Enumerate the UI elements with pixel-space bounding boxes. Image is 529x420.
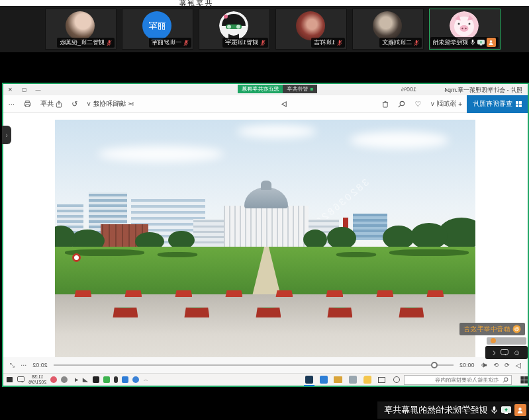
main-building <box>224 206 309 247</box>
tray-app-red[interactable] <box>50 376 57 383</box>
search-input[interactable] <box>414 376 500 384</box>
participant-tile[interactable]: 丽军 一班罗丽军 <box>122 9 193 50</box>
see-more-button[interactable]: ⋯ <box>3 101 19 108</box>
mic-on-icon <box>470 39 475 46</box>
photos-app-button-active[interactable] <box>302 374 316 386</box>
cloud <box>238 125 317 138</box>
share-button[interactable]: 共享 <box>36 99 67 108</box>
planter-large <box>185 308 210 317</box>
participant-avatar <box>296 11 325 40</box>
video-controls: ▷ ⟲ ⟳ 00:02 20:02 ⋯ ⤢ <box>3 357 528 373</box>
volume-icon[interactable] <box>480 362 487 368</box>
planter-large <box>328 308 353 317</box>
windows-logo-icon <box>520 376 528 384</box>
participant-tile[interactable]: 财管1班振宇 <box>199 9 270 50</box>
tray-expand-arrow[interactable]: ︿ <box>143 376 148 383</box>
top-strip-text: 共享屏幕 <box>177 0 212 6</box>
participant-name: 一班罗丽军 <box>152 38 181 47</box>
tray-app-dark[interactable] <box>93 376 99 383</box>
play-button[interactable]: ▷ <box>516 361 521 370</box>
app-store-button[interactable] <box>331 374 346 386</box>
participant-tile[interactable]: 二班刘颖文 <box>352 9 424 50</box>
skip-back-button[interactable]: ⟲ <box>505 362 510 368</box>
tray-volume-icon[interactable] <box>72 377 78 383</box>
start-button[interactable] <box>512 376 528 384</box>
meeting-screen: 共享屏幕 <box>0 0 529 420</box>
tray-globe-icon[interactable] <box>61 376 68 383</box>
chat-icon[interactable] <box>501 349 508 356</box>
edit-create-button[interactable]: ✂ 编辑和创建˅ <box>82 99 138 108</box>
toast-text: 静音中举手发言 <box>463 325 510 334</box>
cloud <box>99 146 224 162</box>
cloud <box>350 132 450 149</box>
tray-app-green[interactable] <box>103 376 110 383</box>
sidebar-collapse-tab[interactable]: ‹ <box>2 126 11 144</box>
planter-large <box>399 308 424 317</box>
mic-muted-icon <box>107 40 112 46</box>
share-icon <box>56 101 62 108</box>
participant-tile[interactable]: 财管二班_倪英欧 <box>45 9 117 50</box>
print-icon <box>24 101 31 107</box>
close-button[interactable]: ✕ <box>3 84 17 95</box>
minimize-button[interactable]: — <box>31 84 45 95</box>
hedge <box>390 249 469 256</box>
taskbar-clock[interactable]: 11:382021/9/6 <box>28 374 46 385</box>
participant-tile-self[interactable]: 财经学院朱怡... <box>429 9 501 50</box>
print-button[interactable] <box>19 101 36 107</box>
player-more-button[interactable]: ⋯ <box>21 362 26 368</box>
tray-network-icon[interactable] <box>82 377 89 383</box>
task-view-button[interactable] <box>375 374 389 386</box>
participant-name: 财经学院朱怡... <box>433 38 468 47</box>
planter <box>427 290 444 297</box>
maximize-button[interactable]: ▢ <box>17 84 31 95</box>
pictures-app-button[interactable] <box>316 374 331 386</box>
member-role-icon <box>487 38 496 47</box>
slideshow-icon[interactable] <box>281 101 288 108</box>
mic-muted-icon <box>337 40 342 46</box>
planter-large <box>113 308 138 317</box>
planter <box>326 290 344 297</box>
participant-avatar <box>373 11 402 40</box>
delete-button[interactable] <box>377 101 393 108</box>
see-all-photos-button[interactable]: 查看所有照片 <box>467 95 528 113</box>
mic-muted-icon <box>183 40 189 46</box>
pause-share-button[interactable]: ■暂停共享 <box>283 85 317 93</box>
file-explorer-button[interactable] <box>360 374 375 386</box>
screen-share-label-bar: 财经学院朱怡然的屏幕共享 <box>377 401 529 419</box>
photos-app-window: 照片 - 会计学原理第一章.mp4 100% — ▢ ✕ 查看所有照片 +添加到… <box>3 84 528 373</box>
taskbar-search[interactable] <box>404 375 512 385</box>
action-center-icon[interactable] <box>6 376 13 383</box>
participant-name: 1班祥吉 <box>314 38 335 47</box>
collapse-arrow-icon[interactable]: ‹ <box>493 347 496 358</box>
skip-forward-button[interactable]: ⟳ <box>493 362 499 368</box>
raise-hand-toast: 静音中举手发言 <box>459 323 525 335</box>
rotate-button[interactable]: ↻ <box>67 100 82 108</box>
hedge <box>337 252 377 257</box>
app-grey-button[interactable] <box>346 374 360 386</box>
total-time: 20:02 <box>32 362 48 368</box>
participant-tile[interactable]: 1班祥吉 <box>275 9 347 50</box>
current-time: 00:02 <box>459 362 475 368</box>
favorite-button[interactable]: ♡ <box>410 100 426 108</box>
tray-mic-icon[interactable] <box>114 376 118 383</box>
zoom-level: 100% <box>401 86 416 93</box>
tray-app-blue[interactable] <box>122 376 128 383</box>
pig-avatar <box>450 11 479 40</box>
planter <box>175 290 193 297</box>
add-to-button[interactable]: +添加到˅ <box>426 99 467 108</box>
emoji-icon[interactable]: ☺ <box>513 349 520 357</box>
meeting-mini-toolbar[interactable]: ☺ ‹ <box>485 346 528 359</box>
planter <box>377 290 394 297</box>
zoom-button[interactable] <box>393 101 410 108</box>
bottom-band: 财经学院朱怡然的屏幕共享 <box>0 387 529 420</box>
hand-icon <box>512 325 521 333</box>
ime-chat-icon[interactable] <box>17 376 24 383</box>
mic-muted-icon <box>414 40 419 46</box>
participant-name: 二班刘颖文 <box>382 38 412 47</box>
tray-app-blue-circle[interactable] <box>132 376 139 383</box>
cortana-button[interactable] <box>389 374 404 386</box>
search-icon <box>503 377 508 383</box>
seek-thumb[interactable] <box>431 362 438 368</box>
fullscreen-button[interactable]: ⤢ <box>10 362 15 369</box>
seek-bar[interactable] <box>54 364 454 366</box>
